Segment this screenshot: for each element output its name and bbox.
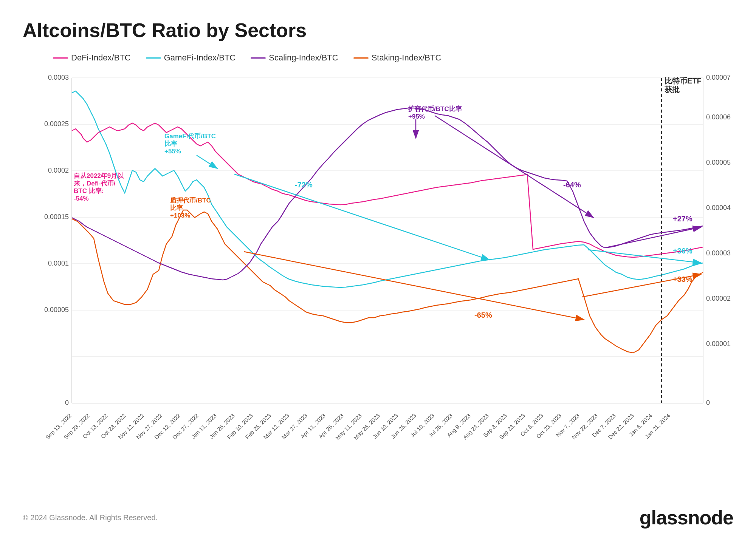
svg-text:0.00015: 0.00015 (44, 213, 69, 221)
legend-item-defi: DeFi-Index/BTC (53, 53, 131, 63)
legend-line-staking (353, 57, 369, 59)
svg-text:+103%: +103% (170, 212, 190, 219)
legend-line-gamefi (146, 57, 161, 59)
svg-text:-65%: -65% (474, 311, 492, 319)
svg-text:0.00002: 0.00002 (706, 295, 731, 302)
svg-text:自从2022年9月以: 自从2022年9月以 (74, 172, 124, 179)
svg-text:0.00006: 0.00006 (706, 113, 731, 121)
legend-item-staking: Staking-Index/BTC (353, 53, 442, 63)
svg-text:扩容代币/BTC比率: 扩容代币/BTC比率 (408, 105, 462, 113)
svg-line-82 (244, 252, 584, 320)
svg-text:比率: 比率 (164, 140, 177, 147)
chart-area: 0.0003 0.00025 0.0002 0.00015 0.0001 0.0… (38, 70, 733, 440)
svg-line-84 (605, 227, 701, 248)
legend-line-defi (53, 57, 68, 59)
svg-text:BTC 比率:: BTC 比率: (74, 187, 104, 195)
svg-text:0.0003: 0.0003 (48, 74, 69, 81)
svg-text:0.00004: 0.00004 (706, 204, 731, 212)
svg-text:比率: 比率 (170, 204, 183, 212)
svg-text:-64%: -64% (563, 181, 581, 189)
svg-text:0.0002: 0.0002 (48, 167, 69, 174)
brand-logo: glassnode (640, 506, 733, 529)
svg-text:0.0001: 0.0001 (48, 260, 69, 267)
svg-text:+27%: +27% (673, 215, 692, 223)
legend-label-gamefi: GameFi-Index/BTC (164, 53, 236, 63)
svg-text:-72%: -72% (295, 181, 313, 189)
legend-item-gamefi: GameFi-Index/BTC (146, 53, 236, 63)
chart-svg: 0.0003 0.00025 0.0002 0.00015 0.0001 0.0… (38, 70, 733, 440)
svg-line-88 (582, 274, 701, 297)
staking-line (72, 210, 703, 353)
page-container: Altcoins/BTC Ratio by Sectors DeFi-Index… (0, 0, 756, 544)
svg-text:0: 0 (65, 399, 69, 406)
svg-text:0.00005: 0.00005 (706, 159, 731, 166)
legend-label-scaling: Scaling-Index/BTC (269, 53, 338, 63)
page-title: Altcoins/BTC Ratio by Sectors (23, 19, 733, 42)
svg-text:0.00001: 0.00001 (706, 340, 731, 348)
svg-text:-54%: -54% (74, 195, 89, 202)
svg-text:比特币ETF: 比特币ETF (665, 77, 702, 85)
svg-line-80 (435, 116, 593, 218)
svg-text:0: 0 (706, 399, 710, 406)
svg-text:获批: 获批 (665, 85, 680, 94)
gamefi-line (72, 91, 703, 287)
svg-text:0.00025: 0.00025 (44, 120, 69, 128)
legend-item-scaling: Scaling-Index/BTC (251, 53, 338, 63)
svg-text:来，Defi-代币/: 来，Defi-代币/ (73, 180, 116, 187)
svg-text:+55%: +55% (164, 148, 181, 155)
svg-line-70 (197, 155, 217, 168)
legend-line-scaling (251, 57, 266, 59)
footer: © 2024 Glassnode. All Rights Reserved. g… (23, 506, 733, 529)
svg-text:0.00005: 0.00005 (44, 306, 69, 314)
legend-label-staking: Staking-Index/BTC (372, 53, 442, 63)
svg-text:0.00003: 0.00003 (706, 249, 731, 257)
svg-text:0.00007: 0.00007 (706, 74, 731, 81)
chart-legend: DeFi-Index/BTC GameFi-Index/BTC Scaling-… (53, 53, 733, 63)
svg-text:+36%: +36% (673, 247, 692, 255)
legend-label-defi: DeFi-Index/BTC (71, 53, 131, 63)
svg-text:+95%: +95% (408, 113, 425, 120)
copyright-text: © 2024 Glassnode. All Rights Reserved. (23, 513, 158, 522)
svg-text:GameFi代币/BTC: GameFi代币/BTC (164, 133, 216, 140)
svg-text:质押代币/BTC: 质押代币/BTC (170, 197, 211, 204)
